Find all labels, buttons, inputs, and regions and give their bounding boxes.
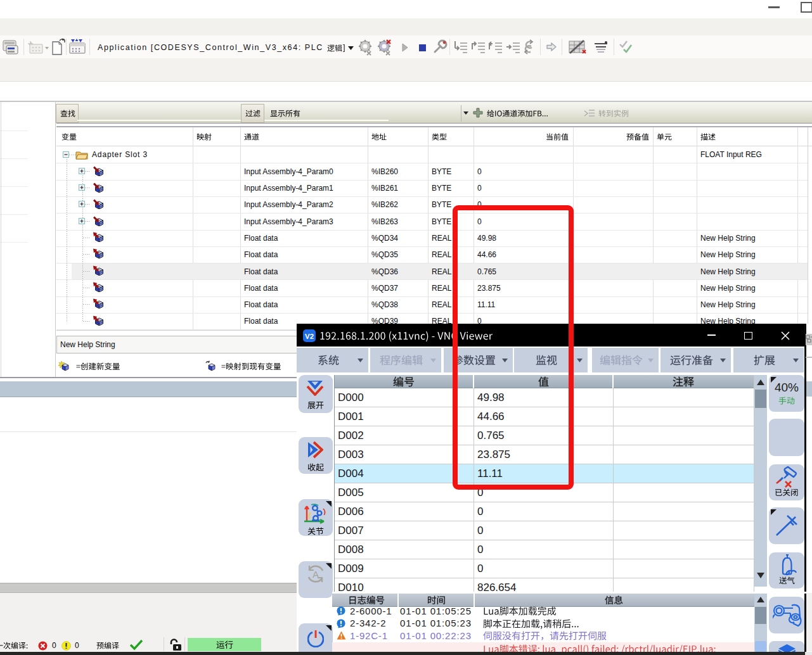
svg-text:A: A — [313, 569, 319, 580]
